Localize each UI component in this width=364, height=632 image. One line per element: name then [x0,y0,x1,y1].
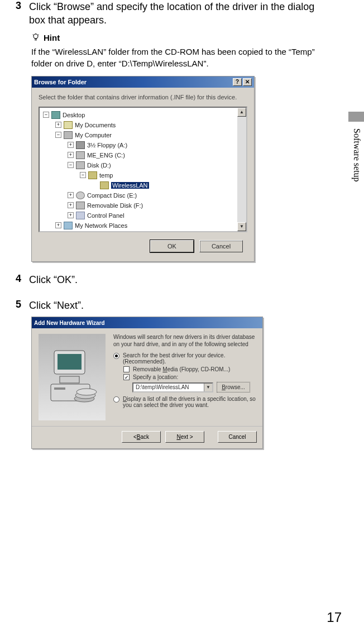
tree-item-temp[interactable]: −temp [41,170,236,180]
network-icon [64,222,73,229]
step-4-text: Click “OK”. [29,273,78,286]
folder-icon [88,171,97,179]
removable-icon [76,202,85,209]
dropdown-icon[interactable]: ▼ [204,384,212,391]
add-new-hardware-wizard-dialog: Add New Hardware Wizard Windows will sea… [31,317,263,449]
location-combobox[interactable]: D:\temp\WirelessLAN ▼ [132,382,213,392]
step-5-number: 5 [16,299,23,312]
radio-label: Display a list of all the drivers in a s… [123,396,256,408]
expand-icon[interactable]: + [68,152,74,158]
dialog-titlebar[interactable]: Browse for Folder ? ✕ [32,76,254,88]
scroll-up-button[interactable]: ▲ [237,108,246,117]
checkbox-label: Removable Media (Floppy, CD-ROM...) [133,366,230,372]
tree-item-c-drive[interactable]: +ME_ENG (C:) [41,150,236,160]
hint-label: Hint [44,33,60,42]
wizard-titlebar[interactable]: Add New Hardware Wizard [32,317,262,328]
drive-icon [76,151,85,159]
checkbox-icon [123,366,130,372]
chapter-tab-label: Software setup [352,128,362,182]
tree-item-mydocs[interactable]: +My Documents [41,120,236,130]
next-button[interactable]: Next > [165,431,204,443]
desktop-icon [51,111,60,119]
back-button[interactable]: < Back [122,431,161,443]
folder-open-icon [100,181,109,189]
folder-tree[interactable]: −Desktop +My Documents −My Computer +3½ … [39,107,247,232]
hint-body: If the “WirelessLAN” folder from the CD-… [31,46,333,69]
selected-folder-label: WirelessLAN [111,182,149,189]
expand-icon[interactable]: + [55,122,61,128]
tree-item-desktop[interactable]: −Desktop [41,110,236,120]
chapter-tab-marker [348,112,364,122]
tree-item-recycle-bin[interactable]: Recycle Bin [41,231,236,231]
step-4: 4 Click “OK”. [16,273,315,286]
svg-line-3 [33,35,33,35]
radio-search-best-driver[interactable]: Search for the best driver for your devi… [113,352,256,365]
floppy-icon [76,141,85,149]
expand-icon[interactable]: + [68,202,74,208]
step-3-number: 3 [16,0,23,27]
svg-point-0 [33,34,38,39]
tree-scrollbar[interactable]: ▲ ▼ [237,108,246,231]
radio-icon [113,396,119,403]
wizard-title: Add New Hardware Wizard [34,320,105,326]
computer-icon [64,131,73,139]
browse-for-folder-dialog: Browse for Folder ? ✕ Select the folder … [31,76,255,262]
collapse-icon[interactable]: − [55,132,61,138]
cd-icon [76,191,85,199]
svg-point-13 [76,389,97,395]
step-5-text: Click “Next”. [29,299,84,312]
page-number: 17 [327,610,342,625]
hint-heading: Hint [31,33,315,42]
tree-item-wirelesslan[interactable]: WirelessLAN [41,180,236,190]
help-button[interactable]: ? [233,78,242,86]
step-3: 3 Click “Browse” and specify the locatio… [16,0,315,27]
checkbox-label: Specify a location: [133,374,178,380]
tree-item-control-panel[interactable]: +Control Panel [41,210,236,221]
dialog-instruction: Select the folder that contains driver i… [39,93,247,101]
radio-label: Search for the best driver for your devi… [123,352,256,365]
browse-button[interactable]: Browse... [217,382,250,392]
step-5: 5 Click “Next”. [16,299,315,312]
control-panel-icon [76,212,85,219]
ok-button[interactable]: OK [150,240,194,252]
collapse-icon[interactable]: − [43,112,49,118]
checkbox-removable-media[interactable]: Removable Media (Floppy, CD-ROM...) [123,366,256,372]
cancel-button[interactable]: Cancel [199,240,243,252]
scroll-down-button[interactable]: ▼ [237,222,246,231]
collapse-icon[interactable]: − [68,162,74,168]
tree-item-floppy[interactable]: +3½ Floppy (A:) [41,140,236,150]
chapter-tab: Software setup [348,112,364,240]
tree-item-mycomputer[interactable]: −My Computer [41,130,236,140]
expand-icon[interactable]: + [68,142,74,148]
folder-icon [64,121,73,129]
svg-rect-8 [60,376,79,383]
step-3-text: Click “Browse” and specify the location … [29,0,315,27]
svg-rect-7 [58,354,82,370]
radio-icon [113,353,119,359]
cancel-button[interactable]: Cancel [218,431,257,443]
checkbox-icon: ✓ [123,374,130,380]
drive-icon [76,161,85,169]
expand-icon[interactable]: + [55,222,61,228]
dialog-title: Browse for Folder [34,79,87,85]
wizard-intro-text: Windows will search for new drivers in i… [113,334,256,348]
collapse-icon[interactable]: − [80,172,86,178]
svg-rect-10 [54,387,65,390]
step-4-number: 4 [16,273,23,286]
lightbulb-icon [31,33,40,42]
wizard-graphic [39,334,106,420]
svg-line-4 [38,35,39,35]
tree-item-d-drive[interactable]: −Disk (D:) [41,160,236,170]
expand-icon[interactable]: + [68,212,74,218]
location-value: D:\temp\WirelessLAN [133,384,204,390]
tree-item-network-places[interactable]: +My Network Places [41,221,236,231]
tree-item-removable[interactable]: +Removable Disk (F:) [41,200,236,210]
close-button[interactable]: ✕ [243,78,252,86]
checkbox-specify-location[interactable]: ✓ Specify a location: [123,374,256,380]
tree-item-cd[interactable]: +Compact Disc (E:) [41,190,236,200]
expand-icon[interactable]: + [68,192,74,198]
radio-display-list[interactable]: Display a list of all the drivers in a s… [113,396,256,408]
